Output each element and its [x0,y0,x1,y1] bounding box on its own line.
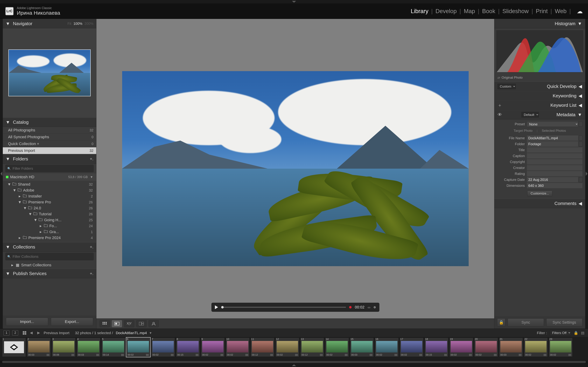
module-library[interactable]: Library [411,8,428,15]
folder-row[interactable]: ▼Tutorial26 [3,211,96,217]
navigator-header[interactable]: ▼ Navigator Fit 100% 200% [3,19,96,28]
filmstrip-thumb[interactable]: 300:06 [52,338,76,357]
sync-button[interactable]: Sync [508,318,544,326]
filter-menu-icon[interactable]: ▤ [581,331,585,335]
filmstrip-thumb[interactable]: 1200:02 [276,338,299,357]
catalog-row[interactable]: All Photographs32 [3,127,96,134]
main-screen-button[interactable]: 1 [3,330,9,335]
add-collection-icon[interactable]: +. [90,244,94,249]
collections-filter-input[interactable] [13,255,92,259]
people-view-button[interactable] [148,320,159,327]
filmstrip-scrollbar[interactable] [0,360,588,364]
plus-icon[interactable]: ＋ [498,102,502,108]
module-slideshow[interactable]: Slideshow [502,8,529,15]
nav-zoom-fit[interactable]: Fit [67,22,71,26]
collections-filter[interactable]: 🔍 [5,253,94,260]
filter-select[interactable]: Filters Off [550,330,571,336]
chevron-right-icon[interactable]: ▸ [39,230,42,234]
right-panel-handle[interactable] [585,19,588,329]
chevron-down-icon[interactable]: ▼ [90,175,93,179]
filmstrip-thumb[interactable]: 1500:03 [350,338,374,357]
nav-zoom-more[interactable]: 200% [85,22,94,26]
module-map[interactable]: Map [464,8,475,15]
module-web[interactable]: Web [555,8,566,15]
filmstrip-filename[interactable]: DockAtitlanTL.mp4 [116,331,147,335]
folder-row[interactable]: ▸Premiere Pro 20244 [3,235,96,241]
filmstrip-thumb[interactable]: 1700:02 [400,338,424,357]
filmstrip-thumb[interactable]: 900:02 [201,338,225,357]
play-button[interactable] [215,305,218,309]
module-print[interactable]: Print [536,8,548,15]
metadata-value[interactable] [527,153,582,158]
navigator-preview[interactable] [3,28,96,117]
filmstrip-thumb[interactable]: 2100:03 [499,338,523,357]
preset-menu-icon[interactable] [579,122,582,126]
filter-lock-icon[interactable]: 🔒 [574,331,578,335]
loupe-preview[interactable]: 00:02 ▭ ⚙ [96,19,494,318]
volume-row[interactable]: Macintosh HD 53,8 / 399 GB ▼ [3,173,96,181]
filmstrip[interactable]: 1200:03300:06400:03500:14600:02700:02800… [0,337,588,360]
metadata-value[interactable]: DockAtitlanTL.mp4 [527,135,578,141]
eye-icon[interactable]: 👁 [498,112,502,117]
folder-row[interactable]: ▸Fo...24 [3,223,96,229]
metadata-value[interactable] [527,147,582,153]
catalog-row[interactable]: All Synced Photographs0 [3,134,96,141]
top-panel-handle[interactable] [0,0,588,3]
filmstrip-thumb[interactable]: 2000:02 [474,338,498,357]
metadata-action-icon[interactable] [579,142,582,146]
video-scrubber[interactable] [221,307,346,308]
metadata-value[interactable] [527,165,582,170]
chevron-down-icon[interactable]: ▼ [18,200,21,204]
chevron-down-icon[interactable]: ▼ [28,212,32,216]
catalog-header[interactable]: ▼ Catalog [3,117,96,127]
filmstrip-thumb[interactable]: 1800:15 [424,338,448,357]
smart-collections-row[interactable]: ▸ ▦ Smart Collections [3,261,96,269]
comments-header[interactable]: Comments ◀ [494,199,585,208]
filmstrip-thumb[interactable]: 600:02 [126,338,150,357]
sync-lock-button[interactable]: 🔒 [497,318,505,326]
folder-row[interactable]: ▼Going H...25 [3,217,96,223]
grid-view-button[interactable] [100,320,110,327]
folder-row[interactable]: ▼24.026 [3,205,96,211]
folder-row[interactable]: ▼Adobe32 [3,187,96,193]
filmstrip-thumb[interactable]: 500:14 [102,338,125,357]
export-button[interactable]: Export... [51,318,93,326]
filmstrip-thumb[interactable]: 1400:02 [325,338,349,357]
filmstrip-thumb[interactable]: 1 [2,338,26,357]
folder-row[interactable]: ▼Shared32 [3,181,96,187]
folders-filter[interactable]: 🔍 [5,165,94,172]
bottom-panel-handle[interactable] [0,364,588,367]
metadata-view-select[interactable]: Default [521,112,539,117]
filmstrip-thumb[interactable]: 1100:12 [251,338,274,357]
chevron-down-icon[interactable]: ▼ [7,182,11,187]
import-button[interactable]: Import... [6,318,48,326]
grid-shortcut-icon[interactable] [23,331,26,335]
filmstrip-thumb[interactable]: 400:03 [77,338,100,357]
histogram[interactable] [496,30,583,72]
metadata-action-icon[interactable] [579,177,582,182]
metadata-customize-button[interactable]: Customize... [527,191,553,196]
filmstrip-source-menu-icon[interactable]: ▾ [150,331,152,335]
sync-settings-button[interactable]: Sync Settings [546,318,583,326]
publish-header[interactable]: ▼ Publish Services +. [3,269,96,278]
collections-header[interactable]: ▼ Collections +. [3,242,96,252]
module-book[interactable]: Book [482,8,495,15]
keywording-header[interactable]: Keywording ◀ [494,91,585,100]
nav-zoom-100[interactable]: 100% [73,22,82,26]
metadata-action-icon[interactable] [579,136,582,141]
folders-header[interactable]: ▼ Folders +. [3,154,96,164]
metadata-value[interactable]: 640 x 360 [527,183,582,188]
keyword-list-header[interactable]: ＋ Keyword List ◀ [494,100,585,110]
add-publish-icon[interactable]: +. [90,271,94,276]
metadata-header[interactable]: 👁 Default Metadata ▼ [494,110,585,119]
catalog-row[interactable]: Previous Import32 [3,147,96,154]
filmstrip-thumb[interactable]: 1000:02 [226,338,250,357]
chevron-down-icon[interactable]: ▼ [34,218,37,222]
folder-row[interactable]: ▼Premiere Pro26 [3,199,96,205]
metadata-target-tab[interactable]: Target Photo [514,129,533,133]
filmstrip-thumb[interactable]: 1900:02 [450,338,473,357]
filmstrip-thumb[interactable]: 700:02 [151,338,175,357]
video-settings-icon[interactable]: ⚙ [373,306,376,309]
chevron-right-icon[interactable]: ▸ [18,194,21,199]
filmstrip-thumb[interactable]: 1300:12 [300,338,324,357]
